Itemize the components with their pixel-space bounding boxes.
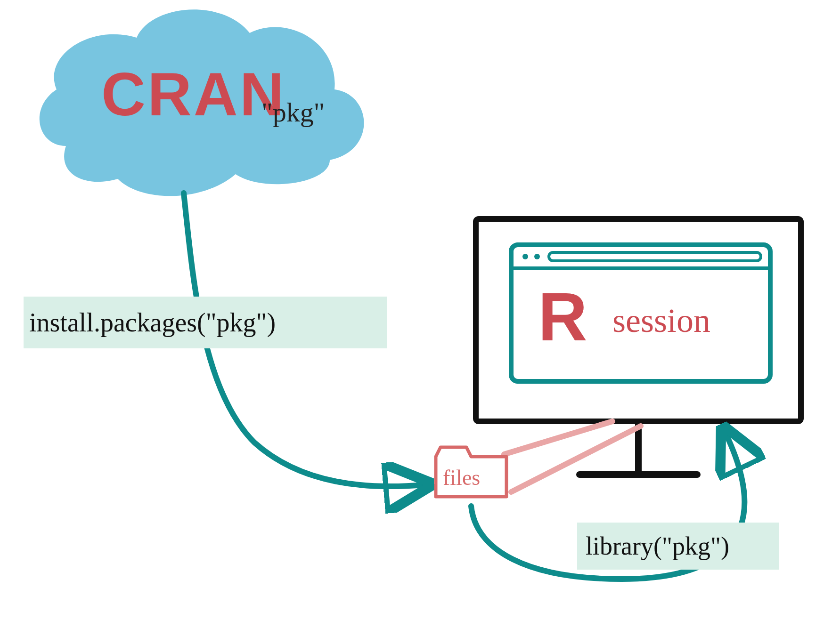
cloud-pkg-label: "pkg" <box>261 97 325 128</box>
svg-point-6 <box>534 254 540 259</box>
folder-label: files <box>443 465 480 490</box>
session-label: session <box>612 301 710 340</box>
install-command-box: install.packages("pkg") <box>24 297 387 348</box>
cloud-title: CRAN <box>101 59 286 129</box>
projection-lines <box>504 421 641 492</box>
svg-point-5 <box>522 254 528 259</box>
r-logo-letter: R <box>538 278 587 356</box>
svg-rect-7 <box>549 252 761 261</box>
library-command-box: library("pkg") <box>577 523 779 570</box>
monitor-icon <box>476 219 801 475</box>
diagram-stage: CRAN "pkg" install.packages("pkg") libra… <box>0 0 840 620</box>
install-command-text: install.packages("pkg") <box>29 307 276 338</box>
library-command-text: library("pkg") <box>586 531 729 561</box>
